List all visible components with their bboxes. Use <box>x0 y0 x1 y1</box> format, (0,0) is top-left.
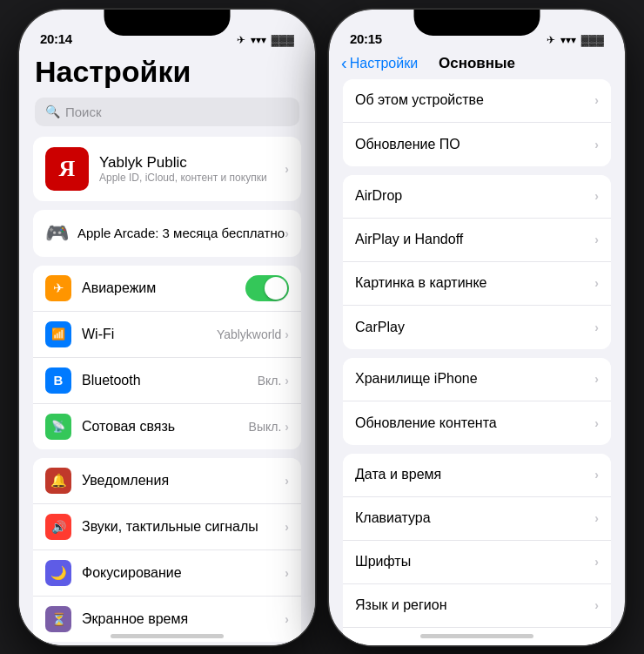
bluetooth-value: Вкл. <box>258 374 282 388</box>
row-language[interactable]: Язык и регион › <box>343 584 611 628</box>
chevron-cellular: › <box>285 420 289 434</box>
settings-group-network: ✈ Авиарежим 📶 <box>33 266 301 449</box>
settings-header: Настройки 🔍 Поиск <box>19 51 315 137</box>
row-title-carplay: CarPlay <box>355 320 594 335</box>
phones-container: 20:14 ✈ ▾▾▾ ▓▓▓ Настройки 🔍 Поиск <box>19 10 625 645</box>
search-icon: 🔍 <box>45 105 60 118</box>
row-keyboard[interactable]: Клавиатура › <box>343 497 611 541</box>
row-title-datetime: Дата и время <box>355 467 594 482</box>
row-title-sounds: Звуки, тактильные сигналы <box>82 519 285 535</box>
row-notifications[interactable]: 🔔 Уведомления › <box>33 458 301 504</box>
back-chevron-icon: ‹ <box>341 53 347 73</box>
chevron-apple-id: › <box>285 162 289 176</box>
row-fonts[interactable]: Шрифты › <box>343 541 611 584</box>
wifi-icon: ▾▾▾ <box>251 34 266 46</box>
row-focus[interactable]: 🌙 Фокусирование › <box>33 550 301 597</box>
general-group-device: Об этом устройстве › Обновление ПО › <box>343 79 611 166</box>
row-bluetooth[interactable]: B Bluetooth Вкл. › <box>33 358 301 404</box>
row-title-bluetooth: Bluetooth <box>82 373 258 388</box>
row-airdrop[interactable]: AirDrop › <box>343 175 611 219</box>
row-pip[interactable]: Картинка в картинке › <box>343 262 611 306</box>
battery-icon-2: ▓▓▓ <box>581 34 604 46</box>
general-group-connectivity: AirDrop › AirPlay и Handoff › Картинка в… <box>343 175 611 349</box>
chevron-airplay: › <box>594 233 599 246</box>
row-storage[interactable]: Хранилище iPhone › <box>343 358 611 401</box>
chevron-screentime: › <box>285 612 289 626</box>
row-title-storage: Хранилище iPhone <box>355 371 594 387</box>
settings-content: Я Yablyk Public Apple ID, iCloud, контен… <box>19 137 315 645</box>
row-title-language: Язык и регион <box>355 597 594 613</box>
notch-2 <box>414 10 540 36</box>
row-title-focus: Фокусирование <box>82 565 285 581</box>
notch-1 <box>104 10 231 36</box>
status-time-1: 20:14 <box>40 31 72 46</box>
row-update[interactable]: Обновление ПО › <box>343 123 611 166</box>
row-title-dictionary: Словарь <box>355 642 594 645</box>
airplane-icon: ✈ <box>237 34 245 46</box>
nav-back-label: Настройки <box>350 56 418 71</box>
general-group-storage: Хранилище iPhone › Обновление контента › <box>343 358 611 445</box>
chevron-wifi: › <box>285 327 289 341</box>
phone-2: 20:15 ✈ ▾▾▾ ▓▓▓ ‹ Настройки Основные <box>329 10 625 645</box>
row-about[interactable]: Об этом устройстве › <box>343 79 611 123</box>
row-title-update: Обновление ПО <box>355 137 594 152</box>
search-bar[interactable]: 🔍 Поиск <box>35 98 299 126</box>
row-sounds[interactable]: 🔊 Звуки, тактильные сигналы › <box>33 504 301 550</box>
icon-wifi: 📶 <box>45 321 71 347</box>
apple-id-content: Yablyk Public Apple ID, iCloud, контент … <box>99 154 285 184</box>
icon-bluetooth: B <box>45 367 71 394</box>
row-wifi[interactable]: 📶 Wi-Fi Yablykworld › <box>33 312 301 358</box>
yablyk-icon: Я <box>45 147 89 191</box>
row-datetime[interactable]: Дата и время › <box>343 454 611 497</box>
arcade-text: Apple Arcade: 3 месяца бесплатно <box>77 226 285 240</box>
home-indicator-2 <box>420 634 533 638</box>
row-airplay[interactable]: AirPlay и Handoff › <box>343 219 611 262</box>
battery-icon: ▓▓▓ <box>272 34 294 46</box>
chevron-pip: › <box>594 276 599 290</box>
wifi-icon-2: ▾▾▾ <box>560 34 576 46</box>
chevron-storage: › <box>594 372 599 386</box>
status-icons-1: ✈ ▾▾▾ ▓▓▓ <box>237 34 294 46</box>
icon-airplane: ✈ <box>45 275 71 301</box>
general-group-locale: Дата и время › Клавиатура › Шрифты <box>343 454 611 645</box>
chevron-bg-refresh: › <box>594 416 599 430</box>
cellular-value: Выкл. <box>249 420 282 434</box>
icon-screentime: ⏳ <box>45 606 71 632</box>
status-icons-2: ✈ ▾▾▾ ▓▓▓ <box>547 34 604 46</box>
arcade-icon: 🎮 <box>45 222 69 245</box>
phone-1-screen: 20:14 ✈ ▾▾▾ ▓▓▓ Настройки 🔍 Поиск <box>19 10 315 645</box>
row-carplay[interactable]: CarPlay › <box>343 306 611 349</box>
nav-back-button[interactable]: ‹ Настройки <box>341 53 418 73</box>
row-title-screentime: Экранное время <box>82 611 285 627</box>
toggle-airplane[interactable] <box>245 275 289 301</box>
toggle-knob <box>265 277 287 300</box>
wifi-value: Yablykworld <box>217 327 281 341</box>
status-time-2: 20:15 <box>350 31 382 46</box>
row-title-airplay: AirPlay и Handoff <box>355 232 594 247</box>
row-title-wifi: Wi-Fi <box>82 327 217 342</box>
apple-id-sub: Apple ID, iCloud, контент и покупки <box>99 172 285 184</box>
icon-sounds: 🔊 <box>45 514 71 540</box>
chevron-bluetooth: › <box>285 374 289 388</box>
row-title-pip: Картинка в картинке <box>355 275 594 291</box>
phone-1: 20:14 ✈ ▾▾▾ ▓▓▓ Настройки 🔍 Поиск <box>19 10 315 645</box>
row-airplane[interactable]: ✈ Авиарежим <box>33 266 301 312</box>
general-content: Об этом устройстве › Обновление ПО › <box>329 79 625 645</box>
settings-group-notifications: 🔔 Уведомления › 🔊 Зв <box>33 458 301 642</box>
row-title-airplane: Авиарежим <box>82 280 245 296</box>
chevron-language: › <box>594 598 599 612</box>
arcade-row[interactable]: 🎮 Apple Arcade: 3 месяца бесплатно › <box>33 210 301 257</box>
nav-bar: ‹ Настройки Основные <box>329 51 625 79</box>
icon-cellular: 📡 <box>45 414 71 440</box>
settings-screen: Настройки 🔍 Поиск Я Yablyk Public Apple … <box>19 51 315 645</box>
chevron-update: › <box>594 138 599 152</box>
row-bg-refresh[interactable]: Обновление контента › <box>343 401 611 445</box>
row-title-keyboard: Клавиатура <box>355 510 594 526</box>
chevron-focus: › <box>285 566 289 580</box>
chevron-datetime: › <box>594 468 599 482</box>
search-placeholder: Поиск <box>65 105 102 119</box>
nav-title: Основные <box>439 55 515 72</box>
apple-id-row[interactable]: Я Yablyk Public Apple ID, iCloud, контен… <box>33 137 301 201</box>
chevron-about: › <box>594 93 599 107</box>
row-cellular[interactable]: 📡 Сотовая связь Выкл. › <box>33 404 301 449</box>
